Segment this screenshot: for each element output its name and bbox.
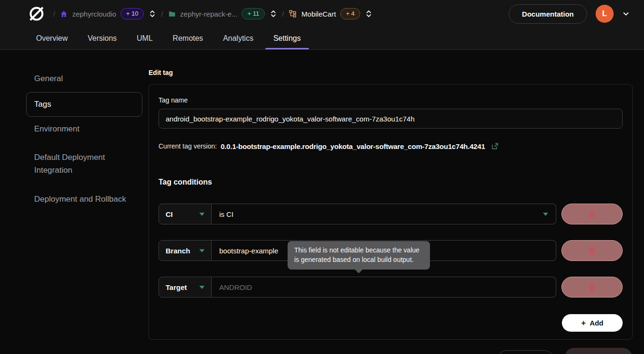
app-switcher-icon[interactable] xyxy=(365,9,373,18)
org-switcher-icon[interactable] xyxy=(149,9,156,18)
chevron-down-icon xyxy=(199,286,205,289)
condition-value-label: is CI xyxy=(219,210,233,218)
top-header: / zephyrcloudio + 10 / zephyr-repack-e..… xyxy=(0,0,644,50)
project-count-badge: + 11 xyxy=(242,8,265,19)
app-count-badge: + 4 xyxy=(340,8,360,19)
breadcrumb: / zephyrcloudio + 10 / zephyr-repack-e..… xyxy=(53,8,373,19)
trash-icon xyxy=(588,283,597,292)
breadcrumb-separator: / xyxy=(282,10,284,18)
org-count-badge: + 10 xyxy=(121,8,144,19)
tag-name-input[interactable] xyxy=(159,109,623,129)
delete-condition-button[interactable] xyxy=(561,277,623,298)
breadcrumb-separator: / xyxy=(53,10,55,18)
chevron-down-icon xyxy=(543,213,548,216)
condition-type-select-ci[interactable]: CI xyxy=(159,204,212,224)
current-version-row: Current tag version: 0.0.1-bootstrap-exa… xyxy=(159,142,623,150)
current-version-value: 0.0.1-bootstrap-example.rodrigo_yokota_v… xyxy=(221,142,485,150)
external-link-icon[interactable] xyxy=(491,142,499,150)
add-condition-button[interactable]: + Add xyxy=(562,314,623,332)
chevron-down-icon xyxy=(199,213,205,216)
zephyr-logo[interactable] xyxy=(28,5,46,23)
breadcrumb-org-label: zephyrcloudio xyxy=(72,10,116,18)
plus-icon: + xyxy=(581,318,586,328)
sidebar-item-default-deployment-integration[interactable]: Default Deployment Integration xyxy=(26,138,142,180)
documentation-button[interactable]: Documentation xyxy=(509,4,587,24)
settings-sidebar: General Tags Environment Default Deploym… xyxy=(26,70,142,208)
breadcrumb-app[interactable]: MobileCart + 4 xyxy=(289,8,360,19)
condition-value-select-ci[interactable]: is CI xyxy=(212,204,556,224)
sidebar-item-tags[interactable]: Tags xyxy=(26,92,142,117)
condition-type-label: Target xyxy=(166,283,187,291)
condition-value-label: ANDROID xyxy=(219,283,252,291)
breadcrumb-app-label: MobileCart xyxy=(301,10,336,18)
bottom-right-button[interactable] xyxy=(565,348,632,354)
condition-type-label: Branch xyxy=(166,247,190,255)
condition-type-label: CI xyxy=(166,210,173,218)
tab-versions[interactable]: Versions xyxy=(80,28,125,49)
breadcrumb-project-label: zephyr-repack-e... xyxy=(180,10,238,18)
header-right: Documentation L xyxy=(509,4,630,24)
sidebar-item-environment[interactable]: Environment xyxy=(26,118,142,138)
delete-condition-button[interactable] xyxy=(561,204,623,224)
sidebar-item-deployment-and-rollback[interactable]: Deployment and Rollback xyxy=(26,180,142,208)
folder-icon xyxy=(168,10,176,18)
chevron-down-icon xyxy=(199,249,205,252)
breadcrumb-org[interactable]: zephyrcloudio + 10 xyxy=(60,8,144,19)
tab-uml[interactable]: UML xyxy=(129,28,161,49)
condition-row-target: Target ANDROID xyxy=(159,277,623,298)
condition-value-disabled-target: ANDROID xyxy=(212,277,556,298)
trash-icon xyxy=(588,246,597,255)
delete-condition-button[interactable] xyxy=(561,240,623,261)
zephyr-logo-icon xyxy=(28,5,45,22)
tab-analytics[interactable]: Analytics xyxy=(215,28,261,49)
trash-icon xyxy=(588,210,597,219)
current-version-label: Current tag version: xyxy=(159,142,217,150)
breadcrumb-project[interactable]: zephyr-repack-e... + 11 xyxy=(168,8,265,19)
tab-overview[interactable]: Overview xyxy=(28,28,76,49)
tooltip-text: This field is not editable because the v… xyxy=(294,246,420,263)
sitemap-icon xyxy=(289,9,297,18)
condition-row-ci: CI is CI xyxy=(159,204,623,224)
account-chevron-down-icon[interactable] xyxy=(622,10,630,18)
condition-type-select-target[interactable]: Target xyxy=(159,277,212,298)
nav-tabs: Overview Versions UML Remotes Analytics … xyxy=(28,28,309,49)
tab-remotes[interactable]: Remotes xyxy=(165,28,211,49)
breadcrumb-separator: / xyxy=(161,10,163,18)
header-row: / zephyrcloudio + 10 / zephyr-repack-e..… xyxy=(0,0,644,28)
sidebar-item-general[interactable]: General xyxy=(26,70,142,87)
tag-conditions-title: Tag conditions xyxy=(159,178,623,186)
edit-tag-card: Tag name Current tag version: 0.0.1-boot… xyxy=(149,84,633,340)
tab-settings[interactable]: Settings xyxy=(265,28,309,49)
tooltip: This field is not editable because the v… xyxy=(288,241,430,270)
main-content: Edit tag Tag name Current tag version: 0… xyxy=(149,69,633,340)
add-button-label: Add xyxy=(589,319,603,327)
project-switcher-icon[interactable] xyxy=(270,9,277,18)
tag-name-label: Tag name xyxy=(159,96,623,104)
bottom-left-button[interactable] xyxy=(497,350,554,354)
condition-type-select-branch[interactable]: Branch xyxy=(159,240,212,261)
page-title: Edit tag xyxy=(149,69,633,76)
avatar[interactable]: L xyxy=(596,5,614,23)
home-icon xyxy=(60,10,68,18)
